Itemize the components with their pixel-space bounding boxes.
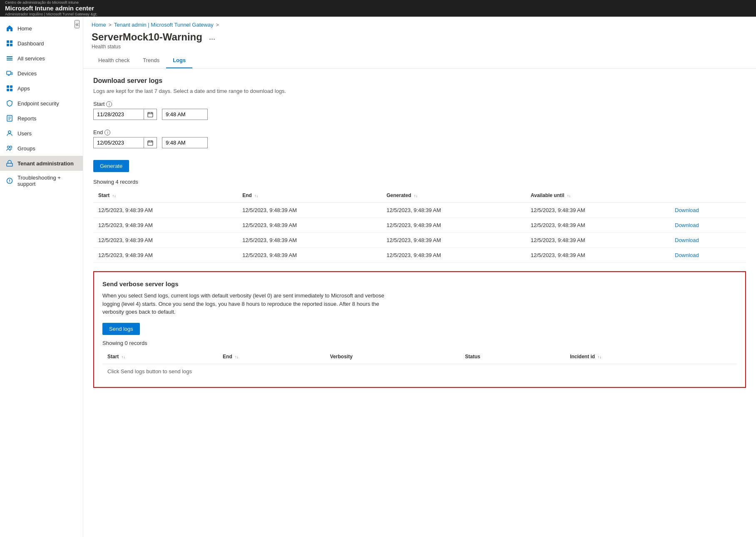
verbose-title: Send verbose server logs bbox=[102, 280, 737, 287]
col-generated[interactable]: Generated ↑↓ bbox=[382, 188, 526, 203]
sidebar-item-dashboard[interactable]: Dashboard bbox=[0, 36, 83, 51]
vsort-incident-icon: ↑↓ bbox=[598, 355, 602, 359]
vcol-verbosity: Verbosity bbox=[325, 350, 460, 364]
svg-rect-5 bbox=[7, 58, 12, 59]
groups-icon bbox=[6, 145, 13, 152]
row-download[interactable]: Download bbox=[670, 203, 746, 218]
svg-point-18 bbox=[8, 131, 11, 133]
vsort-start-icon: ↑↓ bbox=[122, 355, 125, 359]
logs-content: Download server logs Logs are kept for t… bbox=[83, 69, 756, 396]
download-logs-table: Start ↑↓ End ↑↓ Generated ↑↓ Available bbox=[93, 188, 746, 263]
start-info-icon[interactable]: i bbox=[106, 101, 112, 107]
svg-rect-13 bbox=[10, 89, 12, 91]
row-start: 12/5/2023, 9:48:39 AM bbox=[93, 203, 237, 218]
row-download[interactable]: Download bbox=[670, 218, 746, 233]
row-end: 12/5/2023, 9:48:39 AM bbox=[237, 203, 381, 218]
row-available-until: 12/5/2023, 9:48:39 AM bbox=[526, 218, 670, 233]
tab-trends[interactable]: Trends bbox=[136, 53, 166, 68]
svg-rect-6 bbox=[7, 60, 12, 60]
tab-logs[interactable]: Logs bbox=[166, 53, 192, 68]
download-records-count: Showing 4 records bbox=[93, 179, 746, 185]
sidebar-item-label-all-services: All services bbox=[17, 55, 45, 62]
svg-rect-12 bbox=[7, 89, 9, 91]
svg-rect-11 bbox=[10, 85, 12, 88]
start-date-wrap bbox=[93, 109, 157, 120]
troubleshooting-icon bbox=[6, 177, 13, 185]
svg-rect-7 bbox=[7, 71, 11, 75]
svg-rect-21 bbox=[7, 163, 12, 166]
sidebar-item-label-devices: Devices bbox=[17, 70, 37, 77]
sidebar-item-label-groups: Groups bbox=[17, 145, 35, 152]
page-title: ServerMock10-Warning bbox=[92, 31, 202, 43]
vsort-end-icon: ↑↓ bbox=[235, 355, 239, 359]
sidebar-item-troubleshooting[interactable]: Troubleshooting + support bbox=[0, 171, 83, 191]
sidebar: « Home Dashboard All services bbox=[0, 17, 83, 537]
apps-icon bbox=[6, 85, 13, 92]
sidebar-item-label-users: Users bbox=[17, 130, 32, 137]
row-generated: 12/5/2023, 9:48:39 AM bbox=[382, 233, 526, 248]
svg-rect-1 bbox=[10, 40, 12, 43]
start-date-picker-button[interactable] bbox=[144, 110, 157, 120]
row-start: 12/5/2023, 9:48:39 AM bbox=[93, 248, 237, 263]
row-download[interactable]: Download bbox=[670, 233, 746, 248]
sidebar-item-devices[interactable]: Devices bbox=[0, 66, 83, 81]
download-link[interactable]: Download bbox=[675, 207, 699, 213]
sidebar-item-label-tenant: Tenant administration bbox=[17, 160, 74, 167]
start-time-input[interactable] bbox=[162, 109, 208, 120]
send-logs-button[interactable]: Send logs bbox=[102, 323, 140, 335]
generate-button[interactable]: Generate bbox=[93, 160, 129, 172]
page-menu-button[interactable]: ... bbox=[206, 32, 218, 42]
sort-available-icon: ↑↓ bbox=[567, 194, 571, 198]
row-end: 12/5/2023, 9:48:39 AM bbox=[237, 218, 381, 233]
reports-icon bbox=[6, 115, 13, 122]
end-date-picker-button[interactable] bbox=[144, 138, 157, 148]
vcol-incident-id[interactable]: Incident id ↑↓ bbox=[565, 350, 737, 364]
end-date-input[interactable] bbox=[94, 137, 144, 148]
sidebar-item-endpoint-security[interactable]: Endpoint security bbox=[0, 96, 83, 111]
start-field-group: Start i bbox=[93, 101, 746, 125]
sidebar-item-home[interactable]: Home bbox=[0, 21, 83, 36]
devices-icon bbox=[6, 70, 13, 77]
breadcrumb-home[interactable]: Home bbox=[92, 22, 106, 28]
download-logs-desc: Logs are kept for the last 7 days. Selec… bbox=[93, 88, 746, 94]
vcol-start[interactable]: Start ↑↓ bbox=[102, 350, 218, 364]
breadcrumb-sep1: > bbox=[109, 22, 112, 28]
verbose-table-header: Start ↑↓ End ↑↓ Verbosity Stat bbox=[102, 350, 737, 364]
verbose-table-body: Click Send logs button to send logs bbox=[102, 364, 737, 379]
download-link[interactable]: Download bbox=[675, 237, 699, 243]
sidebar-item-all-services[interactable]: All services bbox=[0, 51, 83, 66]
app-body: « Home Dashboard All services bbox=[0, 17, 756, 537]
col-available-until[interactable]: Available until ↑↓ bbox=[526, 188, 670, 203]
vcol-status: Status bbox=[460, 350, 565, 364]
row-generated: 12/5/2023, 9:48:39 AM bbox=[382, 248, 526, 263]
sidebar-item-users[interactable]: Users bbox=[0, 126, 83, 141]
end-info-icon[interactable]: i bbox=[104, 130, 110, 135]
breadcrumb-tenant[interactable]: Tenant admin | Microsoft Tunnel Gateway bbox=[114, 22, 214, 28]
svg-point-24 bbox=[9, 182, 10, 182]
topbar-title: Microsoft Intune admin center bbox=[5, 5, 97, 12]
col-end[interactable]: End ↑↓ bbox=[237, 188, 381, 203]
download-link[interactable]: Download bbox=[675, 222, 699, 228]
row-download[interactable]: Download bbox=[670, 248, 746, 263]
download-link[interactable]: Download bbox=[675, 252, 699, 258]
col-start[interactable]: Start ↑↓ bbox=[93, 188, 237, 203]
topbar-logo: Centro de administração do Microsoft Int… bbox=[5, 0, 97, 16]
breadcrumb-sep2: > bbox=[216, 22, 219, 28]
tenant-icon bbox=[6, 160, 13, 167]
sidebar-nav: Home Dashboard All services Devices bbox=[0, 21, 83, 191]
svg-rect-0 bbox=[7, 40, 9, 43]
tab-health-check[interactable]: Health check bbox=[92, 53, 136, 68]
verbose-records-count: Showing 0 records bbox=[102, 340, 737, 346]
vcol-end[interactable]: End ↑↓ bbox=[218, 350, 325, 364]
sidebar-item-label-endpoint: Endpoint security bbox=[17, 100, 59, 107]
start-date-input[interactable] bbox=[94, 109, 144, 120]
row-available-until: 12/5/2023, 9:48:39 AM bbox=[526, 248, 670, 263]
sidebar-item-label-apps: Apps bbox=[17, 85, 30, 92]
sidebar-item-groups[interactable]: Groups bbox=[0, 141, 83, 156]
end-time-input[interactable] bbox=[162, 137, 208, 148]
sidebar-item-reports[interactable]: Reports bbox=[0, 111, 83, 126]
sidebar-item-apps[interactable]: Apps bbox=[0, 81, 83, 96]
sidebar-item-tenant-admin[interactable]: Tenant administration bbox=[0, 156, 83, 171]
svg-rect-25 bbox=[148, 112, 153, 117]
page-header: ServerMock10-Warning ... bbox=[83, 30, 756, 43]
